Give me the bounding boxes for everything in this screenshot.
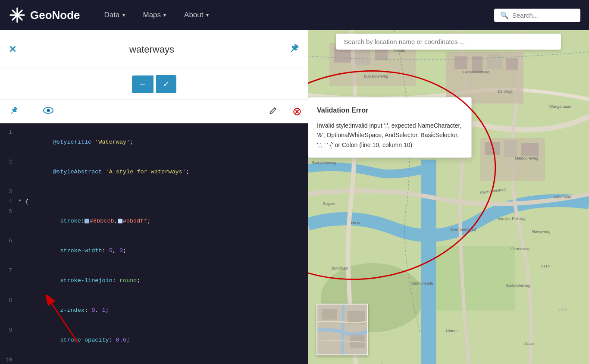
svg-text:Wangenaam: Wangenaam	[549, 104, 571, 109]
svg-text:Bundlaan: Bundlaan	[332, 266, 348, 270]
left-panel: ✕ waterways ← ✓	[0, 30, 308, 364]
svg-text:Grootsloterweg: Grootsloterweg	[463, 70, 489, 74]
panel-header: ✕ waterways	[0, 30, 308, 69]
navbar-search-icon: 🔍	[500, 11, 509, 19]
code-line-10: 10 fsdfasd;	[0, 355, 308, 364]
svg-text:He IJ: He IJ	[351, 221, 360, 225]
validation-error-message: Invalid style:Invalid input ';', expecte…	[317, 121, 463, 150]
svg-text:Buiksloterweg: Buiksloterweg	[506, 283, 530, 288]
brand-name: GeoNode	[30, 9, 80, 22]
code-editor[interactable]: 1 @styleTitle 'Waterway'; 2 @styleAbstra…	[0, 123, 308, 364]
validation-error-title: Validation Error	[317, 105, 463, 116]
svg-rect-18	[487, 54, 502, 69]
map-search-input[interactable]	[336, 34, 561, 50]
svg-text:Suijper: Suijper	[323, 201, 335, 206]
code-line-4: 4 * {	[0, 197, 308, 207]
close-button[interactable]: ✕	[9, 44, 16, 55]
maps-chevron-icon: ▾	[163, 12, 166, 18]
svg-text:Buiksloterweg: Buiksloterweg	[312, 160, 336, 165]
toolbar-wrench-icon[interactable]	[9, 106, 18, 117]
code-line-3: 3	[0, 187, 308, 197]
map-panel[interactable]: Distelweg Buiksloterweg Bundlaan Overmee…	[308, 30, 589, 364]
svg-text:S116: S116	[558, 307, 567, 311]
nav-data[interactable]: Data ▾	[97, 7, 132, 23]
svg-text:Meidoornweg: Meidoornweg	[515, 156, 538, 160]
editor-toolbar: ⊗	[0, 100, 308, 123]
toolbar-eye-icon[interactable]	[43, 107, 53, 116]
svg-rect-21	[334, 47, 351, 63]
svg-text:IJtunnel: IJtunnel	[446, 329, 460, 333]
mini-map-content	[317, 304, 367, 355]
navbar-search-container[interactable]: 🔍	[494, 9, 580, 22]
validation-error-popup: Validation Error Invalid style:Invalid i…	[308, 97, 472, 158]
svg-text:Havenweg: Havenweg	[532, 229, 551, 234]
apply-button[interactable]: ✓	[156, 75, 176, 93]
svg-text:Badhunkade: Badhunkade	[411, 281, 433, 286]
svg-rect-19	[506, 58, 518, 70]
back-button[interactable]: ←	[132, 75, 154, 93]
data-chevron-icon: ▾	[122, 12, 125, 18]
svg-text:Overmeerspad: Overmeerspad	[450, 227, 476, 232]
code-line-5: 5 stroke:#8bbceb,#bbddff;	[0, 207, 308, 237]
nav-menu: Data ▾ Maps ▾ About ▾	[97, 7, 216, 23]
code-line-2: 2 @styleAbstract 'A style for waterways'…	[0, 157, 308, 187]
brand-logo[interactable]: GeoNode	[9, 6, 80, 24]
svg-point-6	[47, 110, 49, 111]
main-layout: ✕ waterways ← ✓	[0, 30, 589, 364]
svg-rect-57	[322, 309, 337, 320]
code-line-1: 1 @styleTitle 'Waterway';	[0, 128, 308, 157]
settings-wrench-icon[interactable]	[287, 42, 299, 57]
mini-map[interactable]	[316, 304, 368, 355]
code-line-8: 8 z-index: 0, 1;	[0, 296, 308, 326]
svg-text:Van der Pekrrug: Van der Pekrrug	[498, 217, 526, 221]
svg-rect-27	[521, 143, 539, 156]
panel-title: waterways	[129, 44, 174, 55]
svg-text:S116: S116	[541, 264, 550, 268]
nav-maps[interactable]: Maps ▾	[136, 7, 173, 23]
nav-about[interactable]: About ▾	[177, 7, 215, 23]
navbar-search-input[interactable]	[512, 12, 574, 19]
svg-text:Windmeer: Windmeer	[554, 195, 571, 199]
navbar: GeoNode Data ▾ Maps ▾ About ▾ 🔍	[0, 0, 589, 30]
action-row: ← ✓	[0, 69, 308, 100]
svg-rect-25	[485, 142, 500, 155]
svg-rect-26	[504, 140, 517, 157]
svg-rect-14	[429, 246, 515, 311]
code-line-9: 9 stroke-opacity: 0.6;	[0, 326, 308, 355]
svg-text:De Vlugt: De Vlugt	[498, 89, 513, 94]
geonode-star-icon	[9, 6, 26, 24]
map-search-overlay	[308, 34, 589, 50]
svg-text:Buiksloterweg: Buiksloterweg	[364, 74, 388, 78]
svg-text:Gertenweg: Gertenweg	[511, 247, 529, 251]
svg-rect-16	[454, 56, 467, 69]
svg-text:IJlaan: IJlaan	[523, 342, 534, 346]
code-line-7: 7 stroke-linejoin: round;	[0, 266, 308, 296]
about-chevron-icon: ▾	[206, 12, 209, 18]
toolbar-pencil-icon[interactable]	[269, 106, 278, 117]
error-badge-icon[interactable]: ⊗	[292, 105, 302, 118]
code-line-6: 6 stroke-width: 5, 3;	[0, 236, 308, 266]
